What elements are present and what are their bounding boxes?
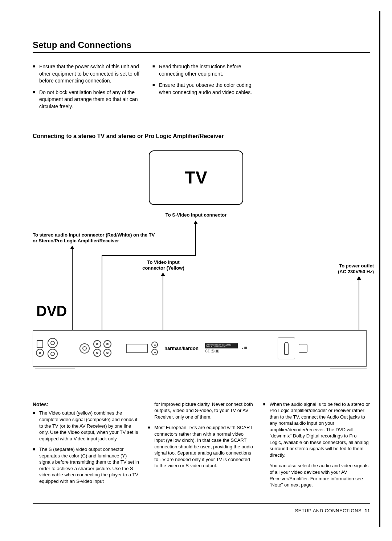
ce-mark: C€ ⓢ ▣	[205, 349, 238, 353]
optical-icon	[37, 340, 43, 348]
note-bullet: Most European TV's are equipped with SCA…	[148, 424, 255, 469]
connection-diagram: TV To S-Video input connector To stereo …	[33, 150, 370, 376]
notes-col-2: for improved picture clarity. Never conn…	[148, 401, 255, 489]
intro-bullet: Ensure that the power switch of this uni…	[33, 63, 142, 85]
footer: SETUP AND CONNECTIONS 11	[33, 508, 370, 513]
component-block	[93, 340, 111, 357]
ac-spec-icon	[299, 344, 307, 353]
svideo-v-line	[102, 255, 102, 337]
audio-label: To stereo audio input connector (Red/Whi…	[33, 232, 156, 245]
video-label: To Video input connector (Yellow)	[134, 259, 192, 272]
footer-rule	[33, 503, 370, 504]
page-right-border	[379, 11, 380, 527]
note-bullet: The Video output (yellow) combines the c…	[33, 410, 140, 442]
note-extra: You can also select the audio and video …	[263, 463, 370, 488]
remote-block	[151, 342, 158, 355]
note-bullet: When the audio signal is to be fed to a …	[263, 401, 370, 459]
caution-box: CAUTION RISK OF ELECTRIC SHOCK DO NOT OP…	[205, 343, 238, 348]
warning-block-2: ▲ ⬛	[241, 347, 274, 350]
tv-screen-box: TV	[149, 150, 243, 205]
intro-col-2: Read through the instructions before con…	[152, 63, 261, 115]
video-label-l2: connector (Yellow)	[142, 265, 184, 271]
note-continuation: for improved picture clarity. Never conn…	[148, 401, 255, 420]
pb-icon	[103, 340, 111, 348]
intro-bullet: Read through the instructions before con…	[152, 63, 261, 77]
dvd-rear-panel: harman/kardon CAUTION RISK OF ELECTRIC S…	[33, 330, 367, 367]
power-label-l1: To power outlet	[339, 263, 374, 269]
title-rule	[33, 52, 370, 53]
page-title: Setup and Connections	[33, 40, 370, 50]
svideo-block	[79, 343, 90, 354]
video-icon	[103, 349, 111, 357]
intro-col-1: Ensure that the power switch of this uni…	[33, 63, 142, 115]
svideo-label: To S-Video input connector	[156, 212, 236, 218]
power-label-l2: (AC 230V/50 Hz)	[338, 269, 374, 274]
notes-section: Notes: The Video output (yellow) combine…	[33, 401, 370, 489]
power-label: To power outlet (AC 230V/50 Hz)	[323, 263, 374, 275]
section-subtitle: Connecting to a stereo TV and stereo or …	[33, 133, 370, 140]
intro-bullet: Ensure that you observe the color coding…	[152, 82, 261, 96]
audio-r-icon	[48, 338, 58, 348]
coaxial-icon	[36, 349, 44, 357]
intro-columns: Ensure that the power switch of this uni…	[33, 63, 370, 115]
scart-icon	[126, 344, 148, 353]
dvd-label: DVD	[36, 303, 67, 319]
notes-col-3: When the audio signal is to be fed to a …	[263, 401, 370, 489]
y-icon	[93, 340, 101, 348]
page-number: 11	[365, 508, 370, 513]
notes-col-1: Notes: The Video output (yellow) combine…	[33, 401, 140, 489]
power-inlet	[278, 338, 295, 359]
audio-l-icon	[48, 349, 58, 359]
remote-out-icon	[151, 349, 158, 355]
intro-bullet: Do not block ventilation holes of any of…	[33, 89, 142, 110]
tv-label: TV	[185, 167, 207, 187]
power-cord-icon	[284, 342, 289, 355]
arrow-power	[359, 277, 359, 331]
arrow-video	[163, 273, 163, 336]
arrow-audio	[72, 246, 73, 337]
warning-block-1: CAUTION RISK OF ELECTRIC SHOCK DO NOT OP…	[205, 343, 238, 353]
panel-underline-2	[330, 368, 367, 368]
notes-heading: Notes:	[33, 401, 140, 408]
footer-label: SETUP AND CONNECTIONS	[295, 508, 362, 513]
scart-block	[126, 344, 148, 353]
svideo-icon	[79, 343, 90, 354]
arrow-svideo	[195, 221, 196, 256]
optical-block	[36, 340, 44, 357]
svideo-h-line	[102, 255, 196, 256]
remote-in-icon	[151, 342, 158, 348]
audio-out-block	[48, 338, 58, 359]
brand-text: harman/kardon	[162, 346, 201, 351]
brand-block: harman/kardon	[162, 346, 201, 351]
note-bullet: The S (separate) video output connector …	[33, 446, 140, 484]
pr-icon	[93, 349, 101, 357]
video-label-l1: To Video input	[147, 259, 179, 265]
panel-underline-1	[35, 368, 75, 368]
